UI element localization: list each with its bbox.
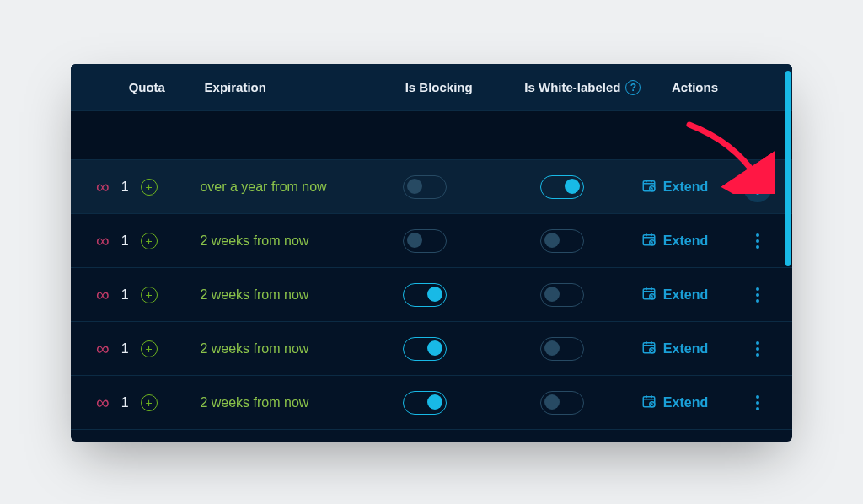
table-row: ∞ 1 + 2 weeks from now Extend	[71, 322, 792, 376]
quota-count: 1	[121, 180, 129, 195]
group-header-row	[71, 111, 792, 160]
blocking-toggle[interactable]	[403, 229, 447, 253]
calendar-extend-icon	[641, 286, 657, 304]
infinity-icon: ∞	[96, 176, 110, 198]
kebab-icon	[756, 287, 759, 303]
extend-button[interactable]: Extend	[663, 287, 708, 303]
column-header-white: Is White-labeled ?	[501, 80, 665, 95]
add-quota-button[interactable]: +	[141, 340, 158, 357]
kebab-icon	[756, 180, 759, 195]
row-menu-button[interactable]	[743, 280, 772, 310]
column-header-expiration: Expiration	[205, 80, 378, 94]
blocking-toggle[interactable]	[403, 175, 447, 199]
calendar-extend-icon	[641, 178, 657, 196]
infinity-icon: ∞	[96, 230, 110, 252]
white-label-toggle[interactable]	[540, 391, 584, 415]
add-quota-button[interactable]: +	[141, 179, 158, 196]
infinity-icon: ∞	[96, 338, 110, 360]
table-row: ∞ 1 + over a year from now Extend	[71, 160, 792, 214]
extend-button[interactable]: Extend	[663, 180, 708, 195]
white-label-toggle[interactable]	[540, 337, 584, 361]
column-header-blocking: Is Blocking	[377, 80, 500, 94]
help-icon[interactable]: ?	[625, 80, 641, 95]
quota-count: 1	[121, 233, 129, 249]
table-header: Quota Expiration Is Blocking Is White-la…	[71, 64, 792, 111]
table-row: ∞ 1 + 2 weeks from now Extend	[71, 268, 792, 322]
add-quota-button[interactable]: +	[141, 287, 158, 303]
calendar-extend-icon	[641, 340, 657, 358]
extend-button[interactable]: Extend	[663, 233, 708, 249]
expiration-text: 2 weeks from now	[200, 287, 365, 303]
column-header-actions: Actions	[665, 80, 772, 94]
quota-count: 1	[121, 395, 129, 410]
quota-count: 1	[121, 287, 129, 303]
add-quota-button[interactable]: +	[141, 394, 158, 411]
table-row: ∞ 1 + 2 weeks from now Extend	[71, 214, 792, 268]
licenses-table: Quota Expiration Is Blocking Is White-la…	[71, 64, 792, 442]
table-row: ∞ 1 + 2 weeks from now Extend	[71, 376, 792, 430]
calendar-extend-icon	[641, 232, 657, 250]
add-quota-button[interactable]: +	[141, 233, 158, 249]
infinity-icon: ∞	[96, 392, 110, 414]
infinity-icon: ∞	[96, 284, 110, 306]
row-menu-button[interactable]	[743, 226, 772, 256]
row-menu-button[interactable]	[743, 172, 772, 202]
white-label-toggle[interactable]	[540, 175, 584, 199]
extend-button[interactable]: Extend	[663, 341, 708, 357]
expiration-text: 2 weeks from now	[200, 233, 365, 249]
extend-button[interactable]: Extend	[663, 395, 708, 410]
row-menu-button[interactable]	[743, 388, 772, 418]
quota-count: 1	[121, 341, 129, 357]
kebab-icon	[756, 233, 759, 249]
kebab-icon	[756, 341, 759, 357]
calendar-extend-icon	[641, 394, 657, 412]
expiration-text: 2 weeks from now	[200, 395, 365, 410]
blocking-toggle[interactable]	[403, 283, 447, 307]
column-header-quota: Quota	[81, 80, 205, 94]
blocking-toggle[interactable]	[403, 337, 447, 361]
white-label-toggle[interactable]	[540, 229, 584, 253]
blocking-toggle[interactable]	[403, 391, 447, 415]
expiration-text: 2 weeks from now	[200, 341, 365, 357]
kebab-icon	[756, 395, 759, 410]
column-header-white-label: Is White-labeled	[524, 80, 620, 94]
expiration-text: over a year from now	[200, 180, 365, 195]
white-label-toggle[interactable]	[540, 283, 584, 307]
row-menu-button[interactable]	[743, 334, 772, 364]
